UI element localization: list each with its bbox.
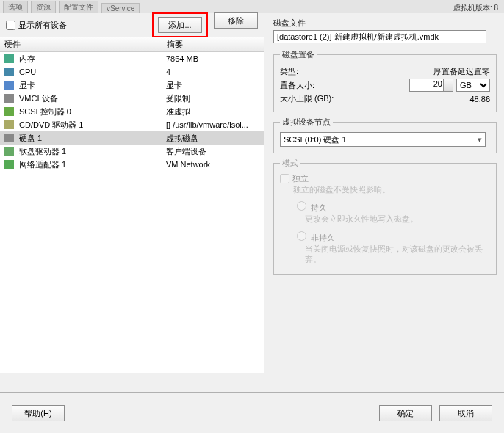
device-name: 内存: [18, 54, 162, 65]
ok-button[interactable]: 确定: [379, 405, 432, 421]
device-summary: VM Network: [162, 160, 264, 169]
mode-persist-radio: [297, 201, 306, 211]
node-select[interactable]: SCSI (0:0) 硬盘 1: [280, 132, 486, 147]
add-highlight: 添加...: [152, 12, 208, 37]
device-summary: 7864 MB: [162, 54, 264, 63]
tab-strip: 选项 资源 配置文件 vService 虚拟机版本: 8: [0, 0, 504, 13]
tab-vservice[interactable]: vService: [101, 3, 140, 13]
device-name: 软盘驱动器 1: [18, 146, 162, 157]
mem-icon: [4, 54, 14, 63]
vid-icon: [4, 81, 14, 90]
bottom-bar: 帮助(H) 确定 取消: [0, 392, 504, 433]
help-button[interactable]: 帮助(H): [12, 405, 65, 421]
device-row[interactable]: 硬盘 1虚拟磁盘: [0, 131, 264, 145]
mode-indep-checkbox: [280, 174, 289, 183]
mode-nonpersist: 非持久: [293, 233, 335, 242]
device-list-header: 硬件 摘要: [0, 37, 264, 52]
device-row[interactable]: 显卡显卡: [0, 79, 264, 92]
mode-persist: 持久: [293, 203, 327, 212]
vmci-icon: [4, 94, 14, 103]
device-row[interactable]: CD/DVD 驱动器 1[] /usr/lib/vmware/isoi...: [0, 118, 264, 131]
device-summary: 受限制: [162, 93, 264, 104]
header-hardware: 硬件: [0, 37, 162, 51]
prov-size-label: 置备大小:: [280, 80, 353, 91]
vm-version: 虚拟机版本: 8: [453, 3, 501, 13]
mode-indep: 独立: [280, 173, 490, 184]
device-name: 网络适配器 1: [18, 159, 162, 170]
node-legend: 虚拟设备节点: [280, 117, 333, 128]
show-all-checkbox[interactable]: [6, 21, 15, 30]
device-row[interactable]: 软盘驱动器 1客户端设备: [0, 145, 264, 158]
device-row[interactable]: VMCI 设备受限制: [0, 92, 264, 105]
header-summary: 摘要: [162, 37, 264, 51]
prov-size-spin[interactable]: 20: [409, 79, 453, 92]
device-name: 硬盘 1: [18, 133, 162, 144]
mode-nonpersist-radio: [297, 231, 306, 241]
device-row[interactable]: SCSI 控制器 0准虚拟: [0, 105, 264, 118]
cpu-icon: [4, 68, 14, 76]
mode-nonpersist-desc: 当关闭电源或恢复快照时，对该磁盘的更改会被丢弃。: [305, 244, 490, 265]
prov-max-label: 大小上限 (GB):: [280, 93, 353, 104]
disk-file-label: 磁盘文件: [273, 18, 497, 29]
prov-max-value: 48.86: [353, 95, 490, 103]
device-summary: [] /usr/lib/vmware/isoi...: [162, 120, 264, 129]
disk-file-input[interactable]: [273, 30, 486, 43]
device-row[interactable]: 内存7864 MB: [0, 52, 264, 65]
device-row[interactable]: 网络适配器 1VM Network: [0, 158, 264, 171]
tab-options[interactable]: 选项: [3, 1, 28, 13]
prov-type-label: 类型:: [280, 66, 353, 77]
prov-type-value: 厚置备延迟置零: [353, 66, 490, 77]
mode-persist-desc: 更改会立即永久性地写入磁盘。: [305, 214, 490, 224]
fdd-icon: [4, 147, 14, 156]
device-name: CD/DVD 驱动器 1: [18, 120, 162, 131]
device-summary: 准虚拟: [162, 106, 264, 117]
device-list[interactable]: 内存7864 MBCPU4显卡显卡VMCI 设备受限制SCSI 控制器 0准虚拟…: [0, 52, 264, 373]
device-name: VMCI 设备: [18, 93, 162, 104]
cd-icon: [4, 120, 14, 129]
add-button[interactable]: 添加...: [158, 17, 202, 33]
cancel-button[interactable]: 取消: [439, 405, 492, 421]
net-icon: [4, 160, 14, 169]
detail-pane: 磁盘文件 磁盘置备 类型: 厚置备延迟置零 置备大小: 20 GB: [264, 13, 504, 373]
mode-legend: 模式: [280, 158, 300, 169]
hdd-icon: [4, 134, 14, 142]
show-all-devices[interactable]: 显示所有设备: [6, 20, 67, 31]
device-name: 显卡: [18, 80, 162, 91]
tab-resources[interactable]: 资源: [31, 1, 56, 13]
provision-group: 磁盘置备 类型: 厚置备延迟置零 置备大小: 20 GB 大小上限 (GB):: [273, 49, 497, 112]
node-group: 虚拟设备节点 SCSI (0:0) 硬盘 1: [273, 117, 497, 153]
device-name: CPU: [18, 68, 162, 76]
tab-profiles[interactable]: 配置文件: [59, 1, 98, 13]
provision-legend: 磁盘置备: [280, 49, 317, 60]
device-row[interactable]: CPU4: [0, 65, 264, 79]
prov-size-unit[interactable]: GB: [456, 79, 490, 92]
device-name: SCSI 控制器 0: [18, 106, 162, 117]
scsi-icon: [4, 107, 14, 116]
device-summary: 4: [162, 68, 264, 76]
device-summary: 虚拟磁盘: [162, 133, 264, 144]
hardware-pane: 显示所有设备 添加... 移除 硬件 摘要 内存7864 MBCPU4显卡显卡V…: [0, 13, 264, 373]
device-summary: 显卡: [162, 80, 264, 91]
mode-group: 模式 独立 独立的磁盘不受快照影响。 持久 更改会立即永久性地写入磁盘。: [273, 158, 497, 275]
device-summary: 客户端设备: [162, 146, 264, 157]
mode-indep-desc: 独立的磁盘不受快照影响。: [293, 184, 490, 194]
remove-button[interactable]: 移除: [214, 12, 258, 29]
